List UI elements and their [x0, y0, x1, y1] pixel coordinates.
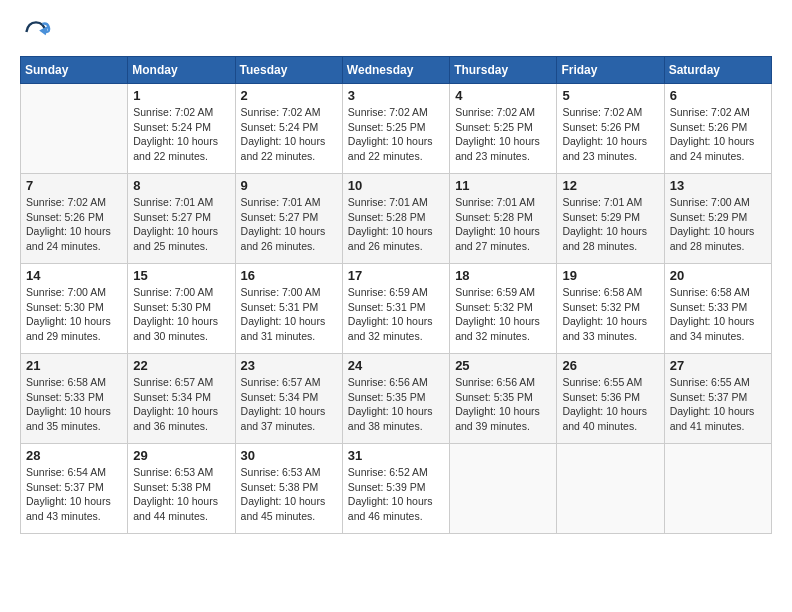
- day-number: 17: [348, 268, 444, 283]
- calendar-cell: 8Sunrise: 7:01 AMSunset: 5:27 PMDaylight…: [128, 174, 235, 264]
- page-header: [20, 16, 772, 48]
- calendar-cell: 15Sunrise: 7:00 AMSunset: 5:30 PMDayligh…: [128, 264, 235, 354]
- calendar-cell: 7Sunrise: 7:02 AMSunset: 5:26 PMDaylight…: [21, 174, 128, 264]
- day-detail: Sunrise: 6:56 AMSunset: 5:35 PMDaylight:…: [348, 375, 444, 434]
- calendar-header-wednesday: Wednesday: [342, 57, 449, 84]
- calendar-week-3: 14Sunrise: 7:00 AMSunset: 5:30 PMDayligh…: [21, 264, 772, 354]
- day-detail: Sunrise: 6:53 AMSunset: 5:38 PMDaylight:…: [133, 465, 229, 524]
- day-detail: Sunrise: 7:01 AMSunset: 5:28 PMDaylight:…: [348, 195, 444, 254]
- calendar-cell: 10Sunrise: 7:01 AMSunset: 5:28 PMDayligh…: [342, 174, 449, 264]
- day-detail: Sunrise: 6:59 AMSunset: 5:31 PMDaylight:…: [348, 285, 444, 344]
- calendar-cell: 22Sunrise: 6:57 AMSunset: 5:34 PMDayligh…: [128, 354, 235, 444]
- day-number: 8: [133, 178, 229, 193]
- logo: [20, 16, 56, 48]
- day-number: 2: [241, 88, 337, 103]
- calendar-week-1: 1Sunrise: 7:02 AMSunset: 5:24 PMDaylight…: [21, 84, 772, 174]
- calendar-header-tuesday: Tuesday: [235, 57, 342, 84]
- day-detail: Sunrise: 6:57 AMSunset: 5:34 PMDaylight:…: [241, 375, 337, 434]
- calendar-table: SundayMondayTuesdayWednesdayThursdayFrid…: [20, 56, 772, 534]
- day-number: 5: [562, 88, 658, 103]
- day-detail: Sunrise: 7:02 AMSunset: 5:25 PMDaylight:…: [455, 105, 551, 164]
- calendar-week-2: 7Sunrise: 7:02 AMSunset: 5:26 PMDaylight…: [21, 174, 772, 264]
- day-detail: Sunrise: 7:02 AMSunset: 5:24 PMDaylight:…: [241, 105, 337, 164]
- calendar-cell: 3Sunrise: 7:02 AMSunset: 5:25 PMDaylight…: [342, 84, 449, 174]
- calendar-header-friday: Friday: [557, 57, 664, 84]
- calendar-header-sunday: Sunday: [21, 57, 128, 84]
- calendar-cell: 2Sunrise: 7:02 AMSunset: 5:24 PMDaylight…: [235, 84, 342, 174]
- day-number: 18: [455, 268, 551, 283]
- day-detail: Sunrise: 6:58 AMSunset: 5:32 PMDaylight:…: [562, 285, 658, 344]
- day-number: 1: [133, 88, 229, 103]
- day-number: 27: [670, 358, 766, 373]
- calendar-cell: 18Sunrise: 6:59 AMSunset: 5:32 PMDayligh…: [450, 264, 557, 354]
- day-detail: Sunrise: 7:00 AMSunset: 5:31 PMDaylight:…: [241, 285, 337, 344]
- calendar-cell: 28Sunrise: 6:54 AMSunset: 5:37 PMDayligh…: [21, 444, 128, 534]
- calendar-cell: [664, 444, 771, 534]
- calendar-week-4: 21Sunrise: 6:58 AMSunset: 5:33 PMDayligh…: [21, 354, 772, 444]
- calendar-cell: 27Sunrise: 6:55 AMSunset: 5:37 PMDayligh…: [664, 354, 771, 444]
- calendar-cell: 21Sunrise: 6:58 AMSunset: 5:33 PMDayligh…: [21, 354, 128, 444]
- day-number: 4: [455, 88, 551, 103]
- calendar-cell: 11Sunrise: 7:01 AMSunset: 5:28 PMDayligh…: [450, 174, 557, 264]
- day-detail: Sunrise: 6:58 AMSunset: 5:33 PMDaylight:…: [670, 285, 766, 344]
- calendar-body: 1Sunrise: 7:02 AMSunset: 5:24 PMDaylight…: [21, 84, 772, 534]
- calendar-cell: 1Sunrise: 7:02 AMSunset: 5:24 PMDaylight…: [128, 84, 235, 174]
- calendar-cell: 24Sunrise: 6:56 AMSunset: 5:35 PMDayligh…: [342, 354, 449, 444]
- day-detail: Sunrise: 7:01 AMSunset: 5:28 PMDaylight:…: [455, 195, 551, 254]
- calendar-cell: [450, 444, 557, 534]
- day-number: 10: [348, 178, 444, 193]
- day-number: 7: [26, 178, 122, 193]
- day-detail: Sunrise: 7:02 AMSunset: 5:26 PMDaylight:…: [26, 195, 122, 254]
- calendar-cell: 13Sunrise: 7:00 AMSunset: 5:29 PMDayligh…: [664, 174, 771, 264]
- calendar-header-monday: Monday: [128, 57, 235, 84]
- day-number: 9: [241, 178, 337, 193]
- day-detail: Sunrise: 6:55 AMSunset: 5:36 PMDaylight:…: [562, 375, 658, 434]
- calendar-cell: 17Sunrise: 6:59 AMSunset: 5:31 PMDayligh…: [342, 264, 449, 354]
- day-number: 22: [133, 358, 229, 373]
- calendar-cell: 29Sunrise: 6:53 AMSunset: 5:38 PMDayligh…: [128, 444, 235, 534]
- calendar-cell: [557, 444, 664, 534]
- calendar-cell: 23Sunrise: 6:57 AMSunset: 5:34 PMDayligh…: [235, 354, 342, 444]
- calendar-cell: 30Sunrise: 6:53 AMSunset: 5:38 PMDayligh…: [235, 444, 342, 534]
- day-detail: Sunrise: 6:58 AMSunset: 5:33 PMDaylight:…: [26, 375, 122, 434]
- calendar-cell: 14Sunrise: 7:00 AMSunset: 5:30 PMDayligh…: [21, 264, 128, 354]
- day-number: 29: [133, 448, 229, 463]
- calendar-cell: 5Sunrise: 7:02 AMSunset: 5:26 PMDaylight…: [557, 84, 664, 174]
- day-detail: Sunrise: 7:02 AMSunset: 5:25 PMDaylight:…: [348, 105, 444, 164]
- calendar-cell: 20Sunrise: 6:58 AMSunset: 5:33 PMDayligh…: [664, 264, 771, 354]
- day-number: 11: [455, 178, 551, 193]
- calendar-cell: 4Sunrise: 7:02 AMSunset: 5:25 PMDaylight…: [450, 84, 557, 174]
- day-detail: Sunrise: 7:02 AMSunset: 5:26 PMDaylight:…: [562, 105, 658, 164]
- calendar-cell: 6Sunrise: 7:02 AMSunset: 5:26 PMDaylight…: [664, 84, 771, 174]
- day-number: 30: [241, 448, 337, 463]
- day-detail: Sunrise: 6:57 AMSunset: 5:34 PMDaylight:…: [133, 375, 229, 434]
- day-detail: Sunrise: 7:01 AMSunset: 5:29 PMDaylight:…: [562, 195, 658, 254]
- calendar-cell: 9Sunrise: 7:01 AMSunset: 5:27 PMDaylight…: [235, 174, 342, 264]
- day-detail: Sunrise: 7:00 AMSunset: 5:29 PMDaylight:…: [670, 195, 766, 254]
- day-number: 12: [562, 178, 658, 193]
- day-number: 28: [26, 448, 122, 463]
- day-number: 13: [670, 178, 766, 193]
- logo-icon: [20, 16, 52, 48]
- calendar-cell: 12Sunrise: 7:01 AMSunset: 5:29 PMDayligh…: [557, 174, 664, 264]
- day-number: 19: [562, 268, 658, 283]
- day-number: 26: [562, 358, 658, 373]
- calendar-header-row: SundayMondayTuesdayWednesdayThursdayFrid…: [21, 57, 772, 84]
- day-detail: Sunrise: 6:54 AMSunset: 5:37 PMDaylight:…: [26, 465, 122, 524]
- day-detail: Sunrise: 7:00 AMSunset: 5:30 PMDaylight:…: [26, 285, 122, 344]
- calendar-cell: 25Sunrise: 6:56 AMSunset: 5:35 PMDayligh…: [450, 354, 557, 444]
- day-detail: Sunrise: 7:01 AMSunset: 5:27 PMDaylight:…: [241, 195, 337, 254]
- calendar-header-thursday: Thursday: [450, 57, 557, 84]
- day-number: 16: [241, 268, 337, 283]
- calendar-cell: [21, 84, 128, 174]
- calendar-cell: 19Sunrise: 6:58 AMSunset: 5:32 PMDayligh…: [557, 264, 664, 354]
- day-number: 23: [241, 358, 337, 373]
- calendar-week-5: 28Sunrise: 6:54 AMSunset: 5:37 PMDayligh…: [21, 444, 772, 534]
- day-number: 15: [133, 268, 229, 283]
- day-detail: Sunrise: 6:56 AMSunset: 5:35 PMDaylight:…: [455, 375, 551, 434]
- day-detail: Sunrise: 6:53 AMSunset: 5:38 PMDaylight:…: [241, 465, 337, 524]
- day-detail: Sunrise: 6:59 AMSunset: 5:32 PMDaylight:…: [455, 285, 551, 344]
- calendar-cell: 31Sunrise: 6:52 AMSunset: 5:39 PMDayligh…: [342, 444, 449, 534]
- day-number: 24: [348, 358, 444, 373]
- day-number: 14: [26, 268, 122, 283]
